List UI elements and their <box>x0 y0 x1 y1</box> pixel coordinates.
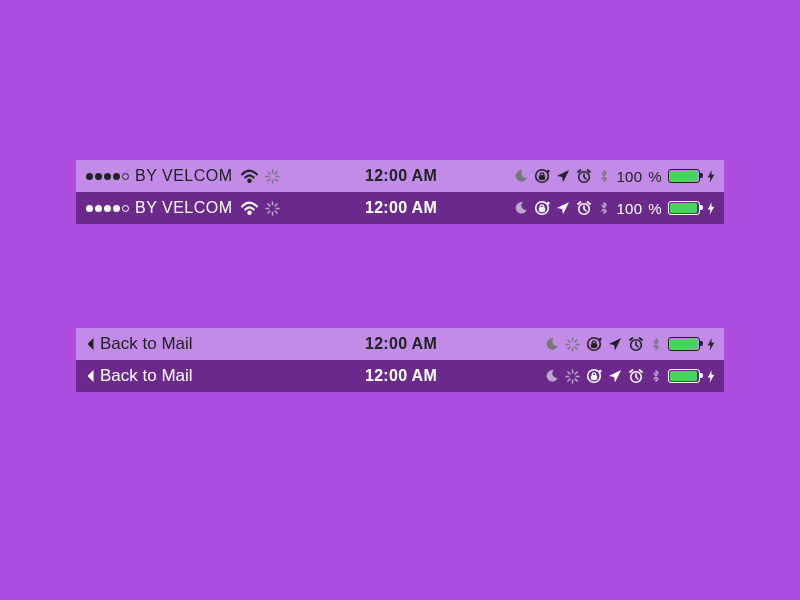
back-label: Back to Mail <box>100 334 193 354</box>
back-label: Back to Mail <box>100 366 193 386</box>
alarm-icon <box>628 336 644 352</box>
signal-dot <box>113 173 120 180</box>
carrier-label: BY VELCOM <box>135 199 233 217</box>
battery-icon <box>668 201 700 215</box>
status-left: BY VELCOM <box>86 167 365 185</box>
status-right: 100% <box>437 200 716 217</box>
status-center: 12:00 AM <box>365 335 437 353</box>
signal-strength <box>86 205 129 212</box>
signal-dot <box>86 205 93 212</box>
clock: 12:00 AM <box>365 335 437 353</box>
signal-dot <box>122 173 129 180</box>
bluetooth-icon <box>650 336 662 352</box>
signal-dot <box>104 205 111 212</box>
alarm-icon <box>628 368 644 384</box>
battery-icon <box>668 337 700 351</box>
orientation-lock-icon <box>586 336 602 352</box>
clock: 12:00 AM <box>365 367 437 385</box>
do-not-disturb-icon <box>514 201 528 215</box>
orientation-lock-icon <box>534 200 550 216</box>
back-to-app-button[interactable]: Back to Mail <box>86 366 193 386</box>
status-center: 12:00 AM <box>365 167 437 185</box>
battery-percent: 100 <box>616 200 642 217</box>
status-left: BY VELCOM <box>86 199 365 217</box>
location-icon <box>608 337 622 351</box>
carrier-label: BY VELCOM <box>135 167 233 185</box>
status-bar-back-dark: Back to Mail 12:00 AM <box>76 360 724 392</box>
status-right: 100% <box>437 168 716 185</box>
charging-icon <box>706 337 716 352</box>
back-to-app-button[interactable]: Back to Mail <box>86 334 193 354</box>
status-left: Back to Mail <box>86 366 365 386</box>
signal-dot <box>95 173 102 180</box>
charging-icon <box>706 169 716 184</box>
status-center: 12:00 AM <box>365 367 437 385</box>
bluetooth-icon <box>650 368 662 384</box>
signal-dot <box>86 173 93 180</box>
status-right <box>437 368 716 384</box>
status-right <box>437 336 716 352</box>
status-center: 12:00 AM <box>365 199 437 217</box>
status-left: Back to Mail <box>86 334 365 354</box>
signal-dot <box>104 173 111 180</box>
alarm-icon <box>576 200 592 216</box>
alarm-icon <box>576 168 592 184</box>
status-bar-carrier-dark: BY VELCOM 12:00 AM 100% <box>76 192 724 224</box>
do-not-disturb-icon <box>545 337 559 351</box>
do-not-disturb-icon <box>545 369 559 383</box>
location-icon <box>608 369 622 383</box>
charging-icon <box>706 369 716 384</box>
location-icon <box>556 201 570 215</box>
status-bar-back-light: Back to Mail 12:00 AM <box>76 328 724 360</box>
activity-spinner-icon <box>265 201 280 216</box>
wifi-icon <box>241 169 258 183</box>
location-icon <box>556 169 570 183</box>
battery-icon <box>668 369 700 383</box>
wifi-icon <box>241 201 258 215</box>
status-bar-carrier-light: BY VELCOM 12:00 AM 100% <box>76 160 724 192</box>
orientation-lock-icon <box>586 368 602 384</box>
signal-strength <box>86 173 129 180</box>
clock: 12:00 AM <box>365 167 437 185</box>
do-not-disturb-icon <box>514 169 528 183</box>
activity-spinner-icon <box>265 169 280 184</box>
battery-icon <box>668 169 700 183</box>
signal-dot <box>113 205 120 212</box>
clock: 12:00 AM <box>365 199 437 217</box>
charging-icon <box>706 201 716 216</box>
signal-dot <box>122 205 129 212</box>
activity-spinner-icon <box>565 337 580 352</box>
bluetooth-icon <box>598 168 610 184</box>
chevron-left-icon <box>86 337 95 351</box>
activity-spinner-icon <box>565 369 580 384</box>
chevron-left-icon <box>86 369 95 383</box>
orientation-lock-icon <box>534 168 550 184</box>
bluetooth-icon <box>598 200 610 216</box>
battery-percent: 100 <box>616 168 642 185</box>
signal-dot <box>95 205 102 212</box>
